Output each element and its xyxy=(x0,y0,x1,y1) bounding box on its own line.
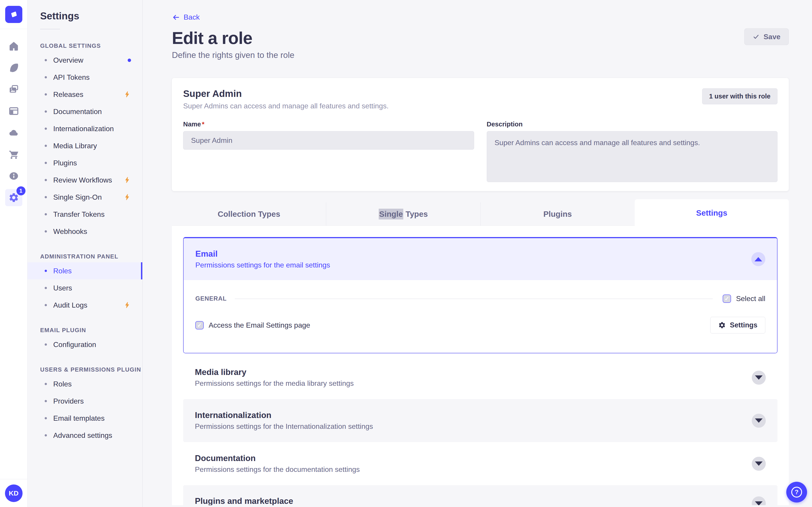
sidebar-item-api-tokens[interactable]: API Tokens xyxy=(28,69,142,86)
strapi-logo[interactable] xyxy=(5,6,22,23)
check-icon xyxy=(753,33,759,40)
section-header-email-plugin: EMAIL PLUGIN xyxy=(40,327,142,334)
bullet-icon xyxy=(45,343,47,346)
tab-plugins[interactable]: Plugins xyxy=(480,202,635,226)
arrow-left-icon xyxy=(172,13,180,21)
select-all-checkbox[interactable] xyxy=(723,294,731,303)
sidebar-title-divider xyxy=(40,29,60,29)
bullet-icon xyxy=(45,383,47,385)
tab-collection-types[interactable]: Collection Types xyxy=(172,202,326,226)
bullet-icon xyxy=(45,93,47,96)
settings-badge: 1 xyxy=(16,186,26,195)
tab-settings[interactable]: Settings xyxy=(635,199,789,227)
info-icon[interactable] xyxy=(5,167,22,184)
sidebar-item-internationalization[interactable]: Internationalization xyxy=(28,120,142,137)
content-type-builder-icon[interactable] xyxy=(5,103,22,120)
access-email-settings-checkbox[interactable] xyxy=(195,321,204,329)
sidebar-item-configuration[interactable]: Configuration xyxy=(28,336,142,353)
accordion-subtitle: Permissions settings for the email setti… xyxy=(195,261,330,269)
role-name-heading: Super Admin xyxy=(183,88,389,99)
chevron-down-icon xyxy=(755,418,763,423)
accordion-email-body: GENERAL Select all Access the Email Sett… xyxy=(184,280,777,353)
sidebar-item-advanced-settings[interactable]: Advanced settings xyxy=(28,427,142,444)
user-avatar[interactable]: KD xyxy=(5,485,22,502)
description-textarea[interactable]: Super Admins can access and manage all f… xyxy=(487,131,778,182)
required-asterisk: * xyxy=(202,121,204,128)
general-section-label: GENERAL xyxy=(195,295,227,302)
sidebar-item-up-roles[interactable]: Roles xyxy=(28,376,142,393)
bullet-icon xyxy=(45,179,47,181)
accordion-internationalization[interactable]: Internationalization Permissions setting… xyxy=(183,399,777,442)
sidebar-item-media-library[interactable]: Media Library xyxy=(28,137,142,154)
sidebar-item-users[interactable]: Users xyxy=(28,279,142,296)
settings-gear-icon[interactable]: 1 xyxy=(5,189,22,206)
sidebar-item-audit-logs[interactable]: Audit Logs xyxy=(28,296,142,314)
settings-tab-panel: Email Permissions settings for the email… xyxy=(172,226,789,505)
expand-button[interactable] xyxy=(752,371,766,385)
sidebar-item-single-sign-on[interactable]: Single Sign-On xyxy=(28,188,142,206)
settings-sidebar: Settings GLOBAL SETTINGS Overview API To… xyxy=(28,0,143,507)
page-subtitle: Define the rights given to the role xyxy=(172,51,789,60)
sidebar-item-releases[interactable]: Releases xyxy=(28,86,142,103)
access-email-settings-group: Access the Email Settings page xyxy=(195,321,310,329)
save-button[interactable]: Save xyxy=(744,29,789,45)
bullet-icon xyxy=(45,270,47,272)
sidebar-item-email-templates[interactable]: Email templates xyxy=(28,410,142,427)
name-field-label: Name* xyxy=(183,121,474,128)
access-email-settings-label: Access the Email Settings page xyxy=(209,321,310,329)
strapi-logo-icon xyxy=(9,9,19,19)
bullet-icon xyxy=(45,145,47,147)
chevron-down-icon xyxy=(755,376,763,380)
icon-rail: 1 KD xyxy=(0,0,28,507)
bullet-icon xyxy=(45,400,47,402)
marketplace-cart-icon[interactable] xyxy=(5,146,22,163)
bullet-icon xyxy=(45,127,47,130)
question-mark-icon: ? xyxy=(791,487,802,498)
bullet-icon xyxy=(45,304,47,306)
chevron-down-icon xyxy=(755,461,763,466)
email-settings-button[interactable]: Settings xyxy=(710,317,765,334)
notification-dot-icon xyxy=(128,59,131,62)
accordion-plugins-and-marketplace[interactable]: Plugins and marketplace xyxy=(183,485,777,505)
content-feather-icon[interactable] xyxy=(5,59,22,76)
cloud-icon[interactable] xyxy=(5,124,22,141)
tab-single-types[interactable]: SingleTypes xyxy=(326,202,480,226)
lightning-icon xyxy=(124,301,131,309)
accordion-documentation[interactable]: Documentation Permissions settings for t… xyxy=(183,442,777,485)
home-icon[interactable] xyxy=(5,38,22,55)
accordion-media-library[interactable]: Media library Permissions settings for t… xyxy=(183,356,777,399)
bullet-icon xyxy=(45,434,47,437)
sidebar-item-review-workflows[interactable]: Review Workflows xyxy=(28,171,142,188)
section-header-global-settings: GLOBAL SETTINGS xyxy=(40,42,142,49)
sidebar-item-documentation[interactable]: Documentation xyxy=(28,103,142,120)
sidebar-item-overview[interactable]: Overview xyxy=(28,52,142,69)
sidebar-item-transfer-tokens[interactable]: Transfer Tokens xyxy=(28,206,142,223)
expand-button[interactable] xyxy=(752,457,766,471)
role-details-card: Super Admin Super Admins can access and … xyxy=(172,78,789,191)
bullet-icon xyxy=(45,59,47,61)
sidebar-item-webhooks[interactable]: Webhooks xyxy=(28,223,142,240)
bullet-icon xyxy=(45,196,47,198)
help-button[interactable]: ? xyxy=(786,482,807,503)
media-library-icon[interactable] xyxy=(5,81,22,98)
lightning-icon xyxy=(124,176,131,184)
sidebar-item-providers[interactable]: Providers xyxy=(28,393,142,410)
bullet-icon xyxy=(45,110,47,113)
accordion-title: Email xyxy=(195,249,330,259)
back-link[interactable]: Back xyxy=(172,0,200,21)
section-header-users-permissions-plugin: USERS & PERMISSIONS PLUGIN xyxy=(40,366,142,373)
sidebar-item-plugins[interactable]: Plugins xyxy=(28,154,142,171)
sidebar-item-roles[interactable]: Roles xyxy=(28,262,142,279)
users-with-role-button[interactable]: 1 user with this role xyxy=(702,88,777,104)
select-all-group: Select all xyxy=(723,294,765,303)
description-field-label: Description xyxy=(487,121,778,128)
accordion-email-header[interactable]: Email Permissions settings for the email… xyxy=(184,238,777,280)
lightning-icon xyxy=(124,91,131,98)
collapse-button[interactable] xyxy=(751,252,765,266)
bullet-icon xyxy=(45,287,47,289)
name-input[interactable]: Super Admin xyxy=(183,131,474,150)
expand-button[interactable] xyxy=(752,496,766,505)
section-divider xyxy=(235,298,713,299)
bullet-icon xyxy=(45,162,47,164)
expand-button[interactable] xyxy=(752,414,766,428)
